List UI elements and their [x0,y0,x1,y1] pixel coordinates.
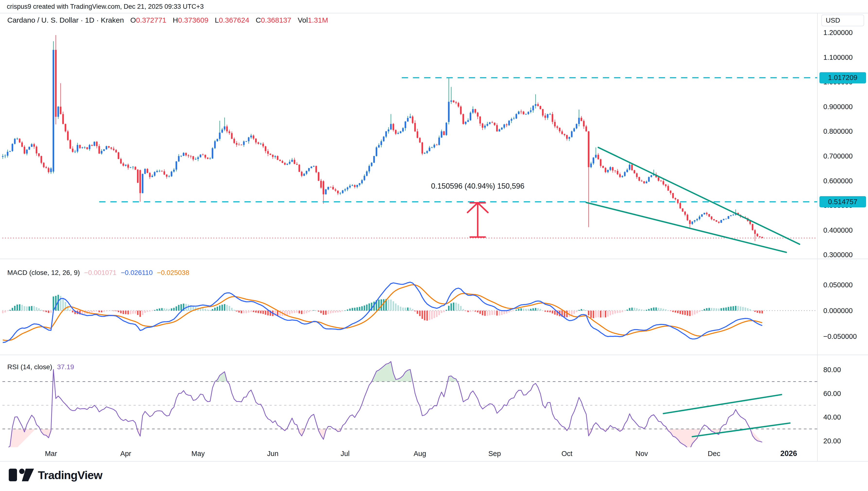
candle-body [173,170,175,172]
candle-body [723,219,724,220]
candle-body [228,131,230,133]
time-axis-month: Oct [561,450,572,458]
macd-histogram-bar [528,309,529,311]
candle-body [50,169,52,172]
candle-body [516,114,517,118]
candle-body [43,163,45,167]
candle-body [542,109,544,115]
macd-histogram-bar [159,309,160,311]
candle-body [24,147,25,154]
candle-body [224,126,225,129]
candle-body [725,219,727,219]
candle-body [441,131,442,137]
candle-body [111,148,112,149]
candle-body [730,215,732,216]
macd-histogram-bar [299,311,300,313]
macd-histogram-bar [639,309,640,311]
candle-body [585,126,587,131]
macd-histogram-bar [696,311,698,313]
macd-histogram-bar [364,306,365,311]
ohlc-open-label: O [130,16,136,24]
macd-histogram-bar [188,305,189,311]
candle-body [376,147,377,156]
candle-body [431,147,433,148]
candle-body [727,216,729,219]
candle-body [470,113,471,120]
candle-body [103,149,105,151]
macd-histogram-bar [91,311,93,313]
macd-histogram-bar [48,311,49,313]
candle-body [282,161,283,163]
candle-body [482,123,484,127]
macd-histogram-bar [653,308,654,311]
ohlc-close-label: C [256,16,261,24]
macd-histogram-bar [344,310,346,311]
tradingview-logo[interactable]: TradingView [8,468,102,482]
macd-histogram-bar [651,308,652,311]
macd-histogram-bar [103,311,105,312]
macd-histogram-bar [262,311,264,314]
macd-histogram-bar [325,311,327,315]
candle-body [195,159,196,160]
macd-histogram-bar [737,306,739,311]
macd-histogram-bar [417,311,418,314]
macd-histogram-bar [742,307,744,311]
macd-histogram-bar [173,308,175,311]
candle-body [183,153,185,156]
candle-body [219,133,221,139]
candle-body [127,165,129,168]
macd-histogram-bar [446,310,447,311]
macd-histogram-bar [545,311,546,312]
candle-body [72,149,73,152]
macd-legend[interactable]: MACD (close, 12, 26, 9) −0.001071 −0.026… [7,269,192,277]
macd-histogram-bar [45,311,47,312]
candle-body [508,121,510,125]
macd-histogram-bar [258,311,259,313]
candle-body [332,187,334,189]
candle-body [400,131,401,133]
macd-histogram-bar [484,311,486,316]
macd-histogram-bar [221,305,223,311]
time-axis-month: May [191,450,205,458]
rsi-legend[interactable]: RSI (14, close) 37.19 [7,363,77,371]
macd-histogram-bar [161,308,163,311]
macd-histogram-bar [409,308,411,311]
candle-body [639,177,640,181]
ohlc-high-value: 0.373609 [178,16,208,24]
macd-histogram-bar [467,311,469,312]
candle-body [322,181,324,195]
chart-canvas: 1.2000001.1000001.0000000.9000000.800000… [0,0,868,491]
macd-histogram-bar [106,311,107,311]
macd-histogram-bar [130,311,131,314]
macd-histogram-bar [586,310,587,311]
candle-body [176,162,177,170]
macd-histogram-bar [120,311,122,313]
macd-histogram-bar [740,307,741,311]
macd-histogram-bar [108,311,110,311]
candle-body [74,152,76,152]
macd-histogram-bar [24,306,25,311]
candle-body [619,174,621,177]
time-axis-month: Dec [708,450,720,458]
currency-axis-button[interactable]: USD [822,15,864,26]
candle-body [2,156,4,157]
candle-body [152,176,153,177]
macd-histogram-bar [164,308,165,311]
candle-body [395,130,397,134]
candle-body [494,123,495,125]
candle-body [272,155,274,157]
candle-body [344,189,346,190]
macd-histogram-bar [315,310,317,311]
rsi-axis-label: 60.00 [823,389,841,397]
candle-body [446,123,447,135]
price-axis-label: 0.800000 [823,127,853,135]
macd-histogram-bar [14,306,16,311]
candle-body [132,167,134,167]
candle-body [284,163,286,165]
macd-histogram-bar [38,308,39,311]
range-annotation-text[interactable]: 0.150596 (40.94%) 150,596 [431,182,524,191]
volume-label: Vol [298,16,308,24]
candle-body [682,208,684,211]
symbol-legend[interactable]: Cardano / U. S. Dollar · 1D · Kraken O0.… [7,16,328,24]
candle-body [371,163,373,166]
